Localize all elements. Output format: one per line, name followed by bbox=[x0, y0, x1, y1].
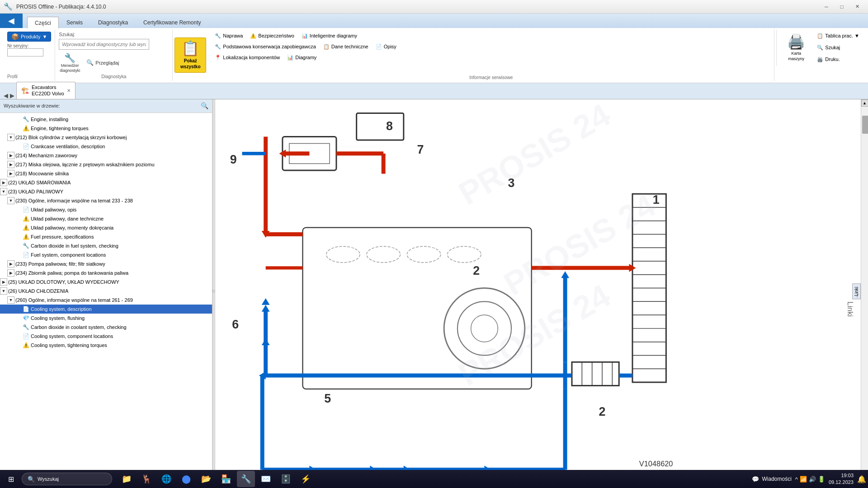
tree-item-6[interactable]: ▶(217) Miska olejowa, łącznie z prętowym… bbox=[0, 160, 212, 169]
tree-item-text-6: (217) Miska olejowa, łącznie z prętowym … bbox=[15, 162, 155, 167]
expand-btn-21[interactable]: ▼ bbox=[7, 296, 14, 304]
tree-item-14[interactable]: ⚠️Fuel pressure, specifications bbox=[0, 232, 212, 241]
tree-item-20[interactable]: ▼(26) UKŁAD CHŁODZENIA bbox=[0, 286, 212, 296]
tab-diagnostics[interactable]: Diagnostyka bbox=[90, 16, 136, 28]
tray-expand-icon[interactable]: ^ bbox=[795, 476, 798, 483]
tablica-prac-button[interactable]: 📋 Tablica prac. ▼ bbox=[814, 31, 863, 41]
expand-btn-5[interactable]: ▶ bbox=[7, 152, 14, 159]
menedzer-diagnostyki-button[interactable]: 🔧 Menedżerdiagnostyki bbox=[59, 52, 81, 74]
tree-search-icon[interactable]: 🔍 bbox=[201, 102, 208, 109]
druku-button[interactable]: 🖨️ Druku. bbox=[814, 54, 863, 64]
tree-item-26[interactable]: ⚠️Cooling system, tightening torques bbox=[0, 341, 212, 350]
tree-item-24[interactable]: 🔧Carbon dioxide in coolant system, check… bbox=[0, 323, 212, 332]
przegladaj-icon: 🔍 bbox=[86, 59, 94, 66]
inteligentne-diagramy-button[interactable]: 📊 Inteligentne diagramy bbox=[298, 31, 360, 41]
tree-item-5[interactable]: ▶(214) Mechanizm zaworowy bbox=[0, 151, 212, 160]
opisy-button[interactable]: 📄 Opisy bbox=[373, 42, 400, 52]
taskbar-deer-icon[interactable]: 🦌 bbox=[137, 471, 156, 487]
tree-item-text-23: Cooling system, flushing bbox=[31, 315, 85, 321]
expand-btn-8[interactable]: ▶ bbox=[0, 179, 7, 186]
back-button[interactable]: ◀ bbox=[0, 14, 23, 28]
taskbar-folder-icon[interactable]: 📂 bbox=[197, 471, 215, 487]
tree-item-19[interactable]: ▶(25) UKŁAD DOLOTOWY, UKŁAD WYDECHOWY bbox=[0, 277, 212, 286]
diagramy-icon: 📊 bbox=[287, 55, 293, 61]
search-input[interactable] bbox=[59, 39, 149, 50]
taskbar-explorer-icon[interactable]: 📁 bbox=[118, 471, 136, 487]
expand-btn-6[interactable]: ▶ bbox=[7, 161, 14, 168]
przegladaj-button[interactable]: 🔍 Przeglądaj bbox=[85, 58, 121, 67]
taskbar-search[interactable]: 🔍 Wyszukaj bbox=[22, 473, 112, 485]
karta-maszyny-button[interactable]: 🖨️ Kartamaszyny bbox=[780, 31, 812, 64]
tree-item-25[interactable]: 📄Cooling system, component locations bbox=[0, 332, 212, 341]
document-tab-excavators[interactable]: 🏗️ Excavators EC220D Volvo ✕ bbox=[16, 82, 75, 99]
expand-btn-20[interactable]: ▼ bbox=[0, 287, 7, 295]
taskbar-store-icon[interactable]: 🏪 bbox=[217, 471, 235, 487]
tree-item-10[interactable]: ▼(230) Ogólne, informacje wspólne na tem… bbox=[0, 196, 212, 205]
products-button[interactable]: 📦 Produkty ▼ bbox=[7, 32, 51, 42]
tab-certified-repairs[interactable]: Certyfikowane Remonty bbox=[136, 16, 208, 28]
lokalizacja-button[interactable]: 📍 Lokalizacja komponentów bbox=[212, 52, 283, 62]
ribbon-tabs: ◀ Części Serwis Diagnostyka Certyfikowan… bbox=[0, 14, 868, 28]
expand-btn-19[interactable]: ▶ bbox=[0, 278, 7, 286]
main-content: Wyszukiwanie w drzewie: 🔍 🔧Engine, insta… bbox=[0, 99, 868, 483]
notification-icon[interactable]: 🔔 bbox=[857, 475, 866, 483]
tree-item-2[interactable]: ⚠️Engine, tightening torques bbox=[0, 124, 212, 133]
tree-item-21[interactable]: ▼(260) Ogólne, informacje wspólne na tem… bbox=[0, 296, 212, 305]
tree-item-text-26: Cooling system, tightening torques bbox=[31, 343, 107, 348]
maximize-button[interactable]: □ bbox=[835, 2, 849, 11]
tab-parts[interactable]: Części bbox=[27, 17, 59, 28]
tree-item-4[interactable]: 📄Crankcase ventilation, description bbox=[0, 142, 212, 151]
dane-techniczne-button[interactable]: 📋 Dane techniczne bbox=[320, 42, 372, 52]
taskbar-chrome-icon[interactable]: ⬤ bbox=[177, 471, 195, 487]
expand-btn-7[interactable]: ▶ bbox=[7, 170, 14, 177]
tree-container[interactable]: 🔧Engine, installing⚠️Engine, tightening … bbox=[0, 113, 212, 476]
bezpieczenstwo-button[interactable]: ⚠️ Bezpieczeństwo bbox=[247, 31, 297, 41]
tree-item-18[interactable]: ▶(234) Zbiornik paliwa; pompa do tankowa… bbox=[0, 268, 212, 277]
tree-item-8[interactable]: ▶(22) UKŁAD SMAROWANIA bbox=[0, 178, 212, 187]
tree-item-9[interactable]: ▼(23) UKŁAD PALIWOWY bbox=[0, 187, 212, 196]
minimize-button[interactable]: ─ bbox=[819, 2, 834, 11]
taskbar-stream-icon[interactable]: ⚡ bbox=[297, 471, 315, 487]
taskbar-prosis-icon[interactable]: 🔧 bbox=[237, 471, 255, 487]
dropdown-icon: ▼ bbox=[42, 34, 47, 39]
expand-btn-10[interactable]: ▼ bbox=[7, 197, 14, 204]
tab-close-button[interactable]: ✕ bbox=[67, 88, 71, 93]
tree-item-text-2: Engine, tightening torques bbox=[31, 126, 89, 131]
ribbon-content: 📦 Produkty ▼ Nr seryjny: Profil Szukaj: … bbox=[0, 28, 868, 83]
tree-item-12[interactable]: ⚠️Układ paliwowy, dane techniczne bbox=[0, 214, 212, 223]
taskbar-mail-icon[interactable]: ✉️ bbox=[257, 471, 275, 487]
right-scrollbar[interactable]: ▲ ▼ bbox=[861, 99, 868, 483]
network-icon: 📶 bbox=[800, 476, 807, 483]
start-button[interactable]: ⊞ bbox=[2, 471, 20, 487]
taskbar-edge-icon[interactable]: 🌐 bbox=[157, 471, 175, 487]
tree-item-1[interactable]: 🔧Engine, installing bbox=[0, 115, 212, 124]
expand-btn-9[interactable]: ▼ bbox=[0, 188, 7, 195]
tree-item-11[interactable]: 📄Układ paliwowy, opis bbox=[0, 205, 212, 214]
tree-item-13[interactable]: ⚠️Układ paliwowy, momenty dokręcania bbox=[0, 223, 212, 232]
tree-item-17[interactable]: ▶(233) Pompa paliwowa; filtr; filtr siat… bbox=[0, 259, 212, 268]
scroll-up-arrow[interactable]: ▲ bbox=[861, 99, 868, 107]
taskbar-notification-area: 💬 Wiadomości bbox=[752, 476, 791, 483]
tree-item-22[interactable]: 📄Cooling system, description bbox=[0, 305, 212, 314]
taskbar-clock[interactable]: 19:03 09.12.2023 bbox=[829, 472, 854, 486]
expand-btn-18[interactable]: ▶ bbox=[7, 269, 14, 277]
expand-btn-17[interactable]: ▶ bbox=[7, 260, 14, 267]
pokaz-wszystko-button[interactable]: 📋 Pokażwszystko bbox=[175, 38, 206, 73]
szukaj-ribbon-button[interactable]: 🔍 Szukaj bbox=[814, 42, 863, 52]
bezpieczenstwo-icon: ⚠️ bbox=[250, 33, 256, 39]
naprawa-button[interactable]: 🔧 Naprawa bbox=[212, 31, 246, 41]
close-button[interactable]: ✕ bbox=[850, 2, 864, 11]
tree-item-16[interactable]: 📄Fuel system, component locations bbox=[0, 250, 212, 259]
taskbar-db-icon[interactable]: 🗄️ bbox=[277, 471, 295, 487]
tab-nav-right[interactable]: ▶ bbox=[10, 92, 16, 99]
tree-item-23[interactable]: 💎Cooling system, flushing bbox=[0, 314, 212, 323]
tree-item-15[interactable]: 🔧Carbon dioxide in fuel system, checking bbox=[0, 241, 212, 250]
tree-item-3[interactable]: ▼(212) Blok cylindrów z wentylacją skrzy… bbox=[0, 133, 212, 142]
tree-item-7[interactable]: ▶(218) Mocowanie silnika bbox=[0, 169, 212, 178]
expand-btn-3[interactable]: ▼ bbox=[7, 134, 14, 141]
konserwacja-button[interactable]: 🔧 Podstawowa konserwacja zapobiegawcza bbox=[212, 42, 319, 52]
tab-nav-left[interactable]: ◀ bbox=[4, 92, 10, 99]
diagramy-button[interactable]: 📊 Diagramy bbox=[284, 52, 320, 62]
nr-seryjny-input[interactable] bbox=[7, 48, 43, 56]
tab-service[interactable]: Serwis bbox=[59, 16, 90, 28]
